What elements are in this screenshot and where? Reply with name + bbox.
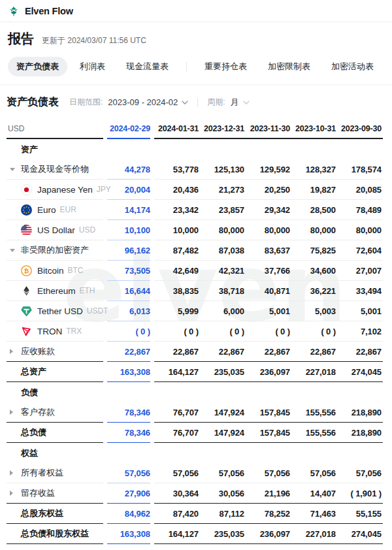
- value-cell: 36,221: [291, 281, 337, 301]
- value: 80,000: [219, 225, 244, 235]
- date-range-picker[interactable]: 2023-09 - 2024-02: [108, 97, 188, 107]
- column-header: 2023-09-30: [337, 120, 383, 139]
- brand-name: Elven Flow: [25, 6, 73, 16]
- value: 22,867: [219, 347, 244, 357]
- value-cell: [337, 443, 383, 463]
- value-cell: 87,420: [154, 504, 200, 524]
- value: 36,221: [310, 286, 336, 296]
- value-cell: [291, 443, 337, 463]
- value-cell: [246, 443, 291, 463]
- filter-divider: [197, 98, 198, 107]
- tab-资产负债表[interactable]: 资产负债表: [8, 57, 67, 76]
- value-cell: 55,155: [337, 504, 383, 524]
- row-label: 所有者权益: [21, 467, 63, 479]
- japan-flag-icon: [21, 184, 32, 195]
- asset-ticker: USDT: [87, 306, 108, 315]
- value-cell: ( 0 ): [291, 321, 337, 342]
- value: 21,273: [219, 185, 244, 195]
- value-cell: [246, 382, 291, 402]
- us-flag-icon: [21, 225, 32, 236]
- caret-right-icon: [8, 470, 21, 476]
- asset-name: Bitcoin: [37, 266, 64, 276]
- tab-利润表[interactable]: 利润表: [71, 57, 114, 76]
- value-cell: [337, 382, 383, 402]
- row-label: 总负债和股东权益: [21, 528, 89, 540]
- value: 23,857: [219, 205, 244, 215]
- row-label-cell: TRONTRX: [7, 321, 103, 342]
- value-cell: [291, 382, 337, 402]
- value-cell: 21,196: [246, 483, 291, 504]
- tab-现金流量表[interactable]: 现金流量表: [118, 57, 177, 76]
- table-row-总负债: 总负债78,34676,707147,924157,845155,556218,…: [7, 423, 383, 443]
- ethereum-icon: [21, 285, 32, 297]
- value: 87,420: [173, 509, 199, 519]
- asset-name: TRON: [37, 327, 62, 336]
- row-label: 客户存款: [21, 406, 55, 418]
- row-label-cell: 所有者权益: [7, 463, 103, 483]
- table-row-留存收益[interactable]: 留存收益27,90630,36430,05621,19614,407( 1,90…: [7, 483, 383, 504]
- column-header: 2024-01-31: [154, 120, 200, 139]
- value: 75,825: [310, 246, 336, 255]
- value-cell: 274,045: [337, 524, 383, 544]
- period-value: 月: [231, 97, 239, 108]
- table-row-Ethereum: EthereumETH16,64438,83538,71840,87136,22…: [7, 281, 383, 301]
- caret-glyph: [10, 470, 13, 476]
- value: 27,007: [356, 266, 382, 276]
- value: 19,827: [310, 185, 336, 195]
- value-cell: 218,890: [337, 402, 383, 423]
- chevron-down-icon: [182, 101, 188, 105]
- table-row-客户存款[interactable]: 客户存款78,34676,707147,924157,845155,556218…: [7, 402, 383, 423]
- table-row-Japanese Yen: Japanese YenJPY20,00420,43621,27320,2501…: [7, 180, 383, 200]
- value-cell: 22,867: [291, 342, 337, 362]
- tab-重要持仓表[interactable]: 重要持仓表: [196, 57, 255, 76]
- value-cell: 157,845: [246, 423, 291, 443]
- asset-ticker: USD: [79, 225, 95, 235]
- value-cell: ( 0 ): [154, 321, 200, 342]
- value: 163,308: [120, 367, 150, 377]
- value: 29,342: [265, 205, 290, 215]
- value-cell: 57,056: [107, 463, 150, 483]
- value-cell: 34,600: [291, 261, 337, 281]
- table-row-所有者权益[interactable]: 所有者权益57,05657,05657,05657,05657,05657,05…: [7, 463, 383, 483]
- tether-icon: [21, 306, 32, 317]
- period-picker[interactable]: 月: [231, 97, 250, 108]
- bitcoin-icon: ₿: [21, 265, 32, 276]
- value-cell: 96,162: [107, 240, 150, 261]
- caret-down-icon: [8, 168, 21, 171]
- value-cell: 5,001: [246, 301, 291, 321]
- table-row-总负债和股东权益: 总负债和股东权益163,308164,127235,035236,097227,…: [7, 524, 383, 544]
- row-label-cell: 权益: [7, 443, 103, 463]
- table-row-现金及现金等价物[interactable]: 现金及现金等价物44,27853,778125,130129,592128,32…: [7, 159, 383, 180]
- value-cell: 80,000: [337, 220, 383, 240]
- column-header[interactable]: 2024-02-29: [107, 120, 150, 139]
- table-row-Tether USD: Tether USDUSDT6,0135,9996,0005,0015,0035…: [7, 301, 383, 321]
- value: 33,494: [356, 286, 382, 296]
- value: 20,436: [173, 185, 199, 195]
- value: 83,637: [265, 246, 290, 255]
- value: 22,867: [310, 347, 336, 357]
- value-cell: [200, 443, 246, 463]
- value-cell: 23,342: [154, 200, 200, 220]
- value-cell: 10,000: [154, 220, 200, 240]
- value: 76,707: [173, 428, 199, 438]
- value-cell: [246, 139, 291, 159]
- value: 27,906: [125, 489, 150, 498]
- tab-加密活动表[interactable]: 加密活动表: [323, 57, 382, 76]
- value: 157,845: [260, 408, 290, 417]
- value-cell: 19,827: [291, 180, 337, 200]
- value-cell: [107, 382, 150, 402]
- table-row-非受限的加密资产[interactable]: 非受限的加密资产96,16287,48287,03883,63775,82572…: [7, 240, 383, 261]
- tab-加密限制表[interactable]: 加密限制表: [259, 57, 319, 76]
- table-row-应收账款[interactable]: 应收账款22,86722,86722,86722,86722,86722,867: [7, 342, 383, 362]
- value-cell: 163,308: [107, 362, 150, 382]
- value: 57,056: [356, 468, 382, 478]
- value: 218,890: [351, 428, 382, 438]
- value: ( 0 ): [184, 327, 199, 336]
- value: 21,196: [265, 489, 290, 498]
- value-cell: 22,867: [154, 342, 200, 362]
- brand-logo-icon: [8, 5, 20, 17]
- column-header-date: 2023-11-30: [250, 124, 290, 133]
- row-label: 权益: [21, 447, 38, 459]
- value-cell: 30,056: [200, 483, 246, 504]
- value-cell: [337, 139, 383, 159]
